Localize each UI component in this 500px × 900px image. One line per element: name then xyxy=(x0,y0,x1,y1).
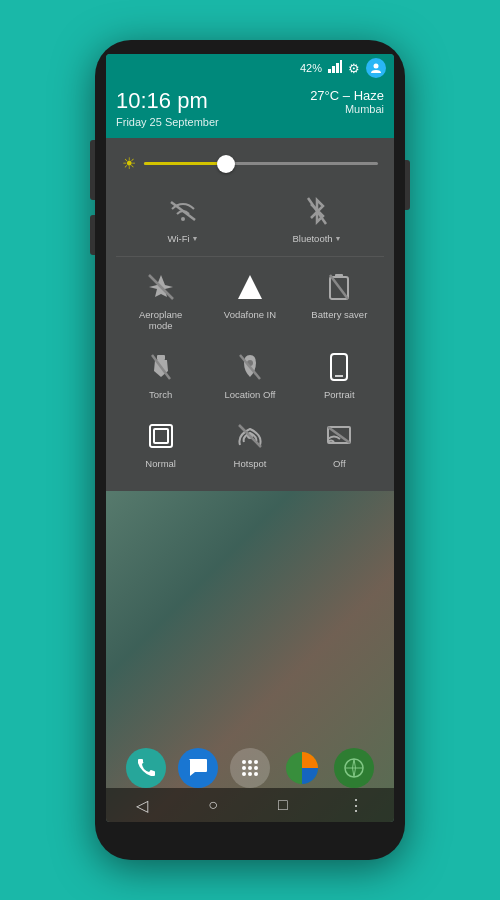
wifi-off-icon xyxy=(165,193,201,229)
weather-info: 27°C – Haze Mumbai xyxy=(310,88,384,115)
mobile-data-toggle[interactable]: Vodafone IN xyxy=(212,261,288,337)
airplane-mode-toggle[interactable]: Aeroplane mode xyxy=(123,261,199,337)
svg-point-4 xyxy=(374,64,379,69)
messages-app-icon[interactable] xyxy=(178,748,218,788)
navigation-bar: ◁ ○ □ ⋮ xyxy=(106,788,394,822)
phone-app-icon[interactable] xyxy=(126,748,166,788)
hotspot-off-icon xyxy=(232,418,268,454)
cast-off-label: Off xyxy=(333,458,346,469)
account-avatar-icon[interactable] xyxy=(366,58,386,78)
bluetooth-label: Bluetooth ▼ xyxy=(292,233,341,244)
battery-saver-off-icon xyxy=(321,269,357,305)
app-drawer-icon[interactable] xyxy=(230,748,270,788)
torch-label: Torch xyxy=(149,389,172,400)
brightness-icon: ☀ xyxy=(122,154,136,173)
portrait-label: Portrait xyxy=(324,389,355,400)
menu-button[interactable]: ⋮ xyxy=(348,796,364,815)
weather-temperature: 27°C – Haze xyxy=(310,88,384,103)
svg-point-31 xyxy=(242,772,246,776)
svg-marker-9 xyxy=(238,275,262,299)
recents-button[interactable]: □ xyxy=(278,796,288,814)
status-icons: ⚙ xyxy=(328,58,386,78)
toggle-row-4: Normal Hotspot xyxy=(116,410,384,475)
battery-saver-toggle[interactable]: Battery saver xyxy=(301,261,377,337)
svg-point-29 xyxy=(248,766,252,770)
bluetooth-dropdown-arrow-icon: ▼ xyxy=(335,235,342,242)
torch-off-icon xyxy=(143,349,179,385)
svg-point-5 xyxy=(181,217,185,221)
power-button[interactable] xyxy=(405,160,410,210)
toggle-row-2: Aeroplane mode Vodafone IN xyxy=(116,261,384,337)
time-weather-bar: 10:16 pm Friday 25 September 27°C – Haze… xyxy=(106,82,394,138)
battery-percent: 42% xyxy=(300,62,322,74)
home-button[interactable]: ○ xyxy=(208,796,218,814)
normal-toggle[interactable]: Normal xyxy=(123,410,199,475)
location-label: Location Off xyxy=(224,389,275,400)
airplane-mode-label: Aeroplane mode xyxy=(127,309,195,331)
svg-rect-20 xyxy=(154,429,168,443)
volume-down-button[interactable] xyxy=(90,215,95,255)
home-screen: ◁ ○ □ ⋮ xyxy=(106,491,394,822)
svg-rect-3 xyxy=(340,60,342,73)
toggle-row-3: Torch Location Off xyxy=(116,341,384,406)
location-toggle[interactable]: Location Off xyxy=(212,341,288,406)
svg-rect-13 xyxy=(157,355,165,360)
settings-gear-icon[interactable]: ⚙ xyxy=(348,61,360,76)
bluetooth-toggle[interactable]: Bluetooth ▼ xyxy=(279,185,355,250)
normal-icon xyxy=(143,418,179,454)
brightness-thumb[interactable] xyxy=(217,155,235,173)
signal-bars-icon xyxy=(328,60,342,76)
cast-off-icon xyxy=(321,418,357,454)
browser-app-icon[interactable] xyxy=(334,748,374,788)
svg-point-33 xyxy=(254,772,258,776)
svg-point-32 xyxy=(248,772,252,776)
current-time: 10:16 pm xyxy=(116,88,219,114)
svg-point-26 xyxy=(248,760,252,764)
data-usage-app-icon[interactable] xyxy=(282,748,322,788)
app-dock xyxy=(106,748,394,788)
wifi-label: Wi-Fi ▼ xyxy=(167,233,198,244)
portrait-icon xyxy=(321,349,357,385)
normal-label: Normal xyxy=(145,458,176,469)
bluetooth-off-icon xyxy=(299,193,335,229)
wifi-dropdown-arrow-icon: ▼ xyxy=(192,235,199,242)
phone-screen: 42% ⚙ xyxy=(106,54,394,822)
svg-point-25 xyxy=(242,760,246,764)
back-button[interactable]: ◁ xyxy=(136,796,148,815)
airplane-mode-off-icon xyxy=(143,269,179,305)
svg-rect-2 xyxy=(336,63,339,73)
phone-device: 42% ⚙ xyxy=(95,40,405,860)
svg-point-30 xyxy=(254,766,258,770)
portrait-toggle[interactable]: Portrait xyxy=(301,341,377,406)
cast-toggle[interactable]: Off xyxy=(301,410,377,475)
wifi-bluetooth-row: Wi-Fi ▼ Bluetooth ▼ xyxy=(116,185,384,257)
svg-point-27 xyxy=(254,760,258,764)
signal-strength-icon xyxy=(232,269,268,305)
status-bar: 42% ⚙ xyxy=(106,54,394,82)
mobile-data-label: Vodafone IN xyxy=(224,309,276,320)
battery-saver-label: Battery saver xyxy=(311,309,367,320)
torch-toggle[interactable]: Torch xyxy=(123,341,199,406)
svg-line-12 xyxy=(330,275,348,299)
hotspot-toggle[interactable]: Hotspot xyxy=(212,410,288,475)
brightness-row: ☀ xyxy=(116,150,384,185)
wifi-toggle[interactable]: Wi-Fi ▼ xyxy=(145,185,221,250)
brightness-fill xyxy=(144,162,226,165)
svg-point-28 xyxy=(242,766,246,770)
svg-rect-11 xyxy=(335,274,343,278)
hotspot-label: Hotspot xyxy=(234,458,267,469)
volume-up-button[interactable] xyxy=(90,140,95,200)
svg-rect-0 xyxy=(328,69,331,73)
brightness-slider[interactable] xyxy=(144,162,378,165)
weather-city: Mumbai xyxy=(310,103,384,115)
svg-rect-1 xyxy=(332,66,335,73)
quick-settings-panel: ☀ xyxy=(106,138,394,491)
location-off-icon xyxy=(232,349,268,385)
current-date: Friday 25 September xyxy=(116,116,219,128)
